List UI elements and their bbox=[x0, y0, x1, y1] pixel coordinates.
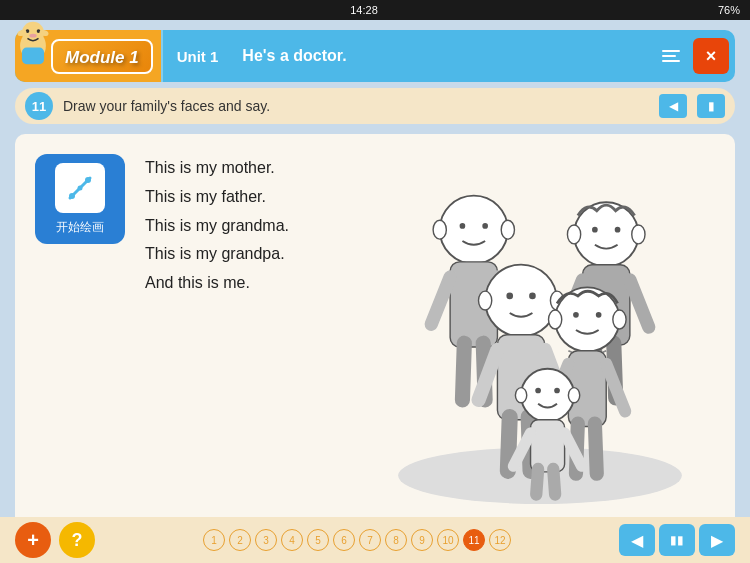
pause-button[interactable]: ▮▮ bbox=[659, 524, 695, 556]
svg-point-13 bbox=[440, 196, 508, 264]
family-illustration: ✦ bbox=[365, 154, 715, 504]
instruction-prev-button[interactable]: ◀ bbox=[659, 94, 687, 118]
svg-point-37 bbox=[506, 293, 513, 300]
page-numbers: 123456789101112 bbox=[203, 529, 511, 551]
page-number-10[interactable]: 10 bbox=[437, 529, 459, 551]
svg-point-23 bbox=[574, 202, 638, 266]
svg-point-47 bbox=[573, 312, 579, 318]
page-number-6[interactable]: 6 bbox=[333, 529, 355, 551]
page-number-9[interactable]: 9 bbox=[411, 529, 433, 551]
mascot-icon bbox=[13, 20, 53, 66]
svg-point-60 bbox=[535, 388, 541, 394]
svg-point-15 bbox=[501, 220, 514, 239]
svg-line-65 bbox=[536, 469, 538, 495]
bottom-toolbar: + ? 123456789101112 ◀ ▮▮ ▶ bbox=[0, 517, 750, 563]
svg-point-27 bbox=[615, 227, 621, 233]
prev-button[interactable]: ◀ bbox=[619, 524, 655, 556]
svg-point-34 bbox=[485, 265, 557, 337]
svg-point-26 bbox=[592, 227, 598, 233]
pencil-icon bbox=[62, 170, 98, 206]
next-button[interactable]: ▶ bbox=[699, 524, 735, 556]
svg-line-21 bbox=[462, 343, 464, 400]
status-battery: 76% bbox=[718, 4, 740, 16]
page-number-12[interactable]: 12 bbox=[489, 529, 511, 551]
instruction-bar: 11 Draw your family's faces and say. ◀ ▮ bbox=[15, 88, 735, 124]
svg-point-58 bbox=[515, 388, 526, 403]
svg-point-16 bbox=[460, 223, 466, 229]
svg-line-56 bbox=[595, 424, 597, 474]
unit-label: Unit 1 bbox=[161, 30, 233, 82]
svg-point-24 bbox=[567, 225, 580, 244]
page-number-3[interactable]: 3 bbox=[255, 529, 277, 551]
text-line: This is my grandma. bbox=[145, 217, 289, 234]
svg-point-48 bbox=[596, 312, 602, 318]
text-line: And this is me. bbox=[145, 274, 250, 291]
header-icons: × bbox=[655, 38, 735, 74]
svg-point-4 bbox=[29, 34, 36, 38]
module-logo: Module 1 bbox=[51, 39, 153, 74]
lesson-title: He's a doctor. bbox=[232, 47, 655, 65]
svg-point-25 bbox=[632, 225, 645, 244]
svg-point-10 bbox=[85, 177, 91, 183]
text-line: This is my grandpa. bbox=[145, 245, 285, 262]
svg-line-66 bbox=[553, 469, 555, 495]
svg-line-31 bbox=[630, 280, 649, 327]
svg-point-11 bbox=[78, 185, 83, 190]
page-number-8[interactable]: 8 bbox=[385, 529, 407, 551]
draw-button[interactable]: 开始绘画 bbox=[35, 154, 125, 244]
menu-button[interactable] bbox=[655, 40, 687, 72]
status-time: 14:28 bbox=[350, 4, 378, 16]
text-line: This is my mother. bbox=[145, 159, 275, 176]
add-button[interactable]: + bbox=[15, 522, 51, 558]
nav-arrows: ◀ ▮▮ ▶ bbox=[619, 524, 735, 556]
status-bar: 14:28 76% bbox=[0, 0, 750, 20]
svg-point-57 bbox=[521, 369, 574, 422]
svg-point-17 bbox=[482, 223, 488, 229]
step-badge: 11 bbox=[25, 92, 53, 120]
page-number-5[interactable]: 5 bbox=[307, 529, 329, 551]
lesson-text: This is my mother.This is my father.This… bbox=[145, 154, 345, 298]
svg-point-44 bbox=[555, 287, 619, 351]
page-number-4[interactable]: 4 bbox=[281, 529, 303, 551]
svg-point-46 bbox=[613, 310, 626, 329]
family-svg: ✦ bbox=[365, 154, 715, 504]
svg-point-61 bbox=[554, 388, 560, 394]
close-button[interactable]: × bbox=[693, 38, 729, 74]
text-line: This is my father. bbox=[145, 188, 266, 205]
svg-point-59 bbox=[568, 388, 579, 403]
instruction-pause-button[interactable]: ▮ bbox=[697, 94, 725, 118]
bottom-left-buttons: + ? bbox=[15, 522, 95, 558]
text-content: This is my mother.This is my father.This… bbox=[145, 154, 345, 298]
page-number-1[interactable]: 1 bbox=[203, 529, 225, 551]
svg-point-9 bbox=[69, 193, 75, 199]
svg-line-19 bbox=[431, 277, 450, 324]
svg-point-14 bbox=[433, 220, 446, 239]
svg-point-35 bbox=[479, 291, 492, 310]
page-number-11[interactable]: 11 bbox=[463, 529, 485, 551]
svg-point-38 bbox=[529, 293, 536, 300]
svg-rect-7 bbox=[22, 48, 44, 65]
header-bar: Module 1 Unit 1 He's a doctor. × bbox=[15, 30, 735, 82]
page-number-7[interactable]: 7 bbox=[359, 529, 381, 551]
instruction-text: Draw your family's faces and say. bbox=[63, 98, 649, 114]
main-area: Module 1 Unit 1 He's a doctor. × 11 Draw… bbox=[0, 20, 750, 563]
hamburger-icon bbox=[662, 50, 680, 62]
content-area: 开始绘画 This is my mother.This is my father… bbox=[15, 134, 735, 563]
module-label: Module 1 bbox=[65, 48, 139, 67]
help-button[interactable]: ? bbox=[59, 522, 95, 558]
draw-icon bbox=[55, 163, 105, 213]
page-number-2[interactable]: 2 bbox=[229, 529, 251, 551]
draw-label: 开始绘画 bbox=[56, 219, 104, 236]
svg-point-45 bbox=[549, 310, 562, 329]
module-badge: Module 1 bbox=[15, 30, 161, 82]
